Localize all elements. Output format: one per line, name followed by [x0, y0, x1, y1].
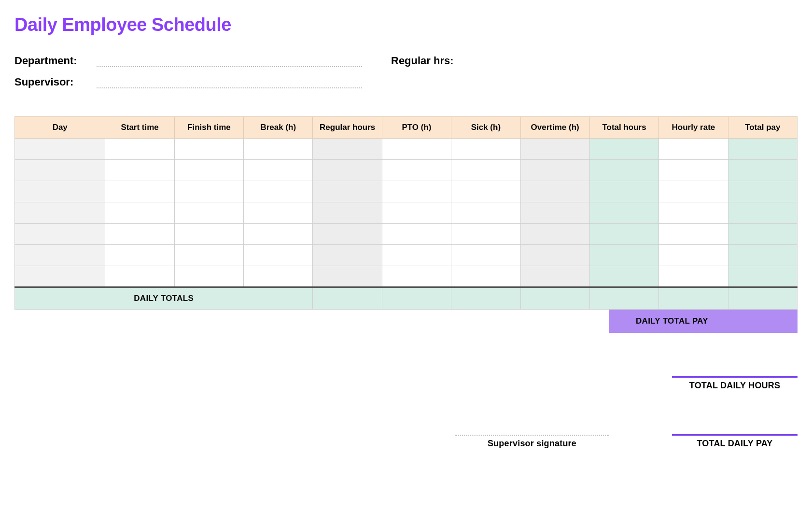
cell-finish[interactable]	[174, 160, 243, 181]
signature-line[interactable]	[455, 435, 609, 436]
cell-start[interactable]	[105, 245, 174, 266]
cell-break[interactable]	[244, 160, 313, 181]
totals-hourly-rate	[659, 287, 728, 310]
cell-total-pay[interactable]	[728, 202, 797, 224]
cell-pto[interactable]	[382, 202, 451, 224]
cell-total-pay[interactable]	[728, 139, 797, 160]
cell-day[interactable]	[15, 160, 105, 181]
cell-total-pay[interactable]	[728, 224, 797, 245]
cell-start[interactable]	[105, 224, 174, 245]
cell-overtime[interactable]	[520, 245, 589, 266]
cell-pto[interactable]	[382, 139, 451, 160]
totals-overtime	[520, 287, 589, 310]
cell-pto[interactable]	[382, 224, 451, 245]
cell-sick[interactable]	[451, 202, 520, 224]
cell-regular[interactable]	[313, 245, 382, 266]
cell-overtime[interactable]	[520, 266, 589, 287]
col-break: Break (h)	[244, 117, 313, 139]
cell-total-hours[interactable]	[589, 160, 658, 181]
cell-day[interactable]	[15, 224, 105, 245]
cell-sick[interactable]	[451, 245, 520, 266]
cell-total-pay[interactable]	[728, 266, 797, 287]
cell-hourly-rate[interactable]	[659, 224, 728, 245]
cell-regular[interactable]	[313, 139, 382, 160]
cell-break[interactable]	[244, 139, 313, 160]
table-row	[15, 266, 798, 287]
cell-finish[interactable]	[174, 202, 243, 224]
table-row	[15, 245, 798, 266]
cell-day[interactable]	[15, 202, 105, 224]
cell-hourly-rate[interactable]	[659, 202, 728, 224]
cell-total-pay[interactable]	[728, 181, 797, 202]
cell-pto[interactable]	[382, 160, 451, 181]
cell-total-hours[interactable]	[589, 245, 658, 266]
table-header-row: Day Start time Finish time Break (h) Reg…	[15, 117, 798, 139]
cell-day[interactable]	[15, 139, 105, 160]
cell-start[interactable]	[105, 202, 174, 224]
cell-regular[interactable]	[313, 202, 382, 224]
cell-total-pay[interactable]	[728, 245, 797, 266]
footer-section: Supervisor signature TOTAL DAILY HOURS T…	[14, 376, 798, 449]
totals-pto	[382, 287, 451, 310]
cell-overtime[interactable]	[520, 139, 589, 160]
cell-regular[interactable]	[313, 181, 382, 202]
cell-regular[interactable]	[313, 224, 382, 245]
department-input-line[interactable]	[97, 57, 362, 67]
cell-hourly-rate[interactable]	[659, 160, 728, 181]
totals-sick	[451, 287, 520, 310]
cell-hourly-rate[interactable]	[659, 181, 728, 202]
col-day: Day	[15, 117, 105, 139]
cell-break[interactable]	[244, 181, 313, 202]
cell-total-pay[interactable]	[728, 160, 797, 181]
cell-start[interactable]	[105, 266, 174, 287]
cell-hourly-rate[interactable]	[659, 139, 728, 160]
cell-overtime[interactable]	[520, 160, 589, 181]
col-finish: Finish time	[174, 117, 243, 139]
cell-start[interactable]	[105, 160, 174, 181]
cell-total-hours[interactable]	[589, 266, 658, 287]
signature-label: Supervisor signature	[455, 439, 609, 449]
cell-regular[interactable]	[313, 266, 382, 287]
cell-total-hours[interactable]	[589, 139, 658, 160]
cell-finish[interactable]	[174, 181, 243, 202]
col-pto: PTO (h)	[382, 117, 451, 139]
cell-hourly-rate[interactable]	[659, 266, 728, 287]
cell-pto[interactable]	[382, 245, 451, 266]
cell-overtime[interactable]	[520, 202, 589, 224]
page: Daily Employee Schedule Department: Supe…	[0, 0, 812, 468]
cell-hourly-rate[interactable]	[659, 245, 728, 266]
cell-sick[interactable]	[451, 181, 520, 202]
cell-sick[interactable]	[451, 266, 520, 287]
cell-break[interactable]	[244, 266, 313, 287]
cell-day[interactable]	[15, 245, 105, 266]
cell-total-hours[interactable]	[589, 224, 658, 245]
cell-break[interactable]	[244, 245, 313, 266]
totals-total-hours	[589, 287, 658, 310]
totals-regular	[313, 287, 382, 310]
cell-finish[interactable]	[174, 266, 243, 287]
cell-sick[interactable]	[451, 139, 520, 160]
cell-start[interactable]	[105, 181, 174, 202]
cell-overtime[interactable]	[520, 224, 589, 245]
cell-break[interactable]	[244, 202, 313, 224]
cell-day[interactable]	[15, 181, 105, 202]
cell-regular[interactable]	[313, 160, 382, 181]
cell-pto[interactable]	[382, 181, 451, 202]
cell-sick[interactable]	[451, 160, 520, 181]
cell-day[interactable]	[15, 266, 105, 287]
cell-overtime[interactable]	[520, 181, 589, 202]
cell-pto[interactable]	[382, 266, 451, 287]
cell-total-hours[interactable]	[589, 181, 658, 202]
cell-finish[interactable]	[174, 224, 243, 245]
cell-sick[interactable]	[451, 224, 520, 245]
cell-total-hours[interactable]	[589, 202, 658, 224]
total-daily-hours-block: TOTAL DAILY HOURS	[672, 376, 798, 391]
cell-break[interactable]	[244, 224, 313, 245]
schedule-table: Day Start time Finish time Break (h) Reg…	[14, 116, 798, 310]
meta-section: Department: Supervisor: Regular hrs:	[14, 55, 798, 97]
cell-finish[interactable]	[174, 139, 243, 160]
cell-finish[interactable]	[174, 245, 243, 266]
supervisor-input-line[interactable]	[97, 78, 362, 88]
col-sick: Sick (h)	[451, 117, 520, 139]
cell-start[interactable]	[105, 139, 174, 160]
